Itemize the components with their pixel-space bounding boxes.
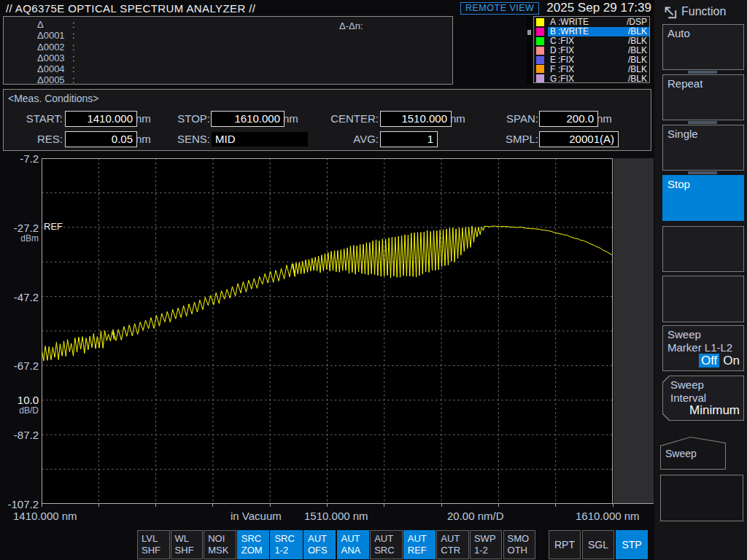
trace-letter: C <box>550 36 558 46</box>
trace-list-item[interactable]: G:FIX /BLK <box>534 74 649 83</box>
soft-key-button[interactable]: AUT SRC <box>370 530 403 559</box>
x-axis-extension-line <box>613 503 654 504</box>
soft-key-line2: MSK <box>208 545 236 556</box>
soft-key-button[interactable]: WL SHF <box>171 530 204 559</box>
soft-key-button[interactable]: SMO OTH <box>503 530 536 559</box>
trace-color-swatch <box>536 47 544 55</box>
marker-row: Δ0005: <box>4 74 452 85</box>
scrollbar-thumb[interactable] <box>527 30 531 35</box>
trace-list-item[interactable]: A:WRITE /DSP <box>534 18 649 27</box>
function-menu-title: Function <box>681 5 726 18</box>
trace-mode: :FIX <box>558 55 574 65</box>
marker-panel: Δ: Δ0001: Δ0002: Δ0003: Δ0004: Δ0005: Δ-… <box>3 16 453 85</box>
marker-colon: : <box>72 30 75 41</box>
avg-value-field[interactable]: 1 <box>380 131 438 147</box>
sweep-interval-button[interactable]: Sweep Interval Minimum <box>662 376 744 421</box>
span-value-field[interactable]: 200.0 <box>539 111 598 127</box>
trace-color-swatch <box>536 56 544 64</box>
res-unit: nm <box>136 131 151 147</box>
x-label-center: 1510.000 nm <box>304 510 368 522</box>
y-tick-3: -67.2 <box>0 359 39 372</box>
trace-color-swatch <box>536 37 544 45</box>
soft-key-line2: ANA <box>341 545 369 556</box>
sweep-key-button[interactable]: RPT <box>549 530 581 559</box>
single-sweep-button[interactable]: Single <box>662 125 744 171</box>
marker-colon: : <box>72 19 75 30</box>
y-scale-unit: dB/D <box>0 405 39 416</box>
blank-softkey-1[interactable] <box>662 226 744 272</box>
sweep-marker-button[interactable]: Sweep Marker L1-L2 OffOn <box>662 325 744 371</box>
marker-colon: : <box>72 74 75 85</box>
trace-list-item[interactable]: D:FIX /BLK <box>534 46 649 55</box>
res-value-field[interactable]: 0.05 <box>65 131 137 147</box>
remote-view-badge: REMOTE VIEW <box>460 2 539 15</box>
soft-key-line2: SRC <box>374 545 402 556</box>
marker-colon: : <box>72 52 75 63</box>
smpl-value-field[interactable]: 20001(A) <box>539 131 619 147</box>
ref-level-label: REF <box>44 221 63 232</box>
soft-key-button[interactable]: AUT OFS <box>303 530 336 559</box>
soft-key-button[interactable]: AUT REF <box>403 530 436 559</box>
stop-sweep-button[interactable]: Stop <box>662 175 744 221</box>
marker-label: Δ0001 <box>37 30 72 41</box>
spectrum-plot-area[interactable] <box>42 158 613 504</box>
sens-value-field[interactable]: MID <box>211 131 309 147</box>
start-label: START: <box>9 111 63 127</box>
sweep-menu-tab[interactable]: Sweep <box>660 437 726 470</box>
soft-key-button[interactable]: SRC ZOM <box>237 530 270 559</box>
sweep-key-button[interactable]: STP <box>616 530 648 559</box>
auto-sweep-button[interactable]: Auto <box>662 24 744 70</box>
soft-key-button[interactable]: LVL SHF <box>137 530 170 559</box>
function-menu-header: Function <box>662 4 726 20</box>
toggle-off-option[interactable]: Off <box>699 354 719 368</box>
trace-list-item[interactable]: B:WRITE /BLK <box>534 27 649 36</box>
sweep-key-toolbar: RPT SGL STP <box>549 530 648 559</box>
marker-label: Δ0004 <box>37 63 72 74</box>
trace-mode: :FIX <box>558 65 574 74</box>
trace-list-item[interactable]: C:FIX /BLK <box>534 36 649 46</box>
meas-conditions-panel: <Meas. Conditions> START: 1410.000 nm ST… <box>3 89 651 151</box>
trace-list-item[interactable]: F:FIX /BLK <box>534 64 649 74</box>
trace-list-item[interactable]: E:FIX /BLK <box>534 55 649 65</box>
soft-key-line1: AUT <box>441 533 468 545</box>
soft-key-button[interactable]: SRC 1-2 <box>270 530 303 559</box>
trace-status: /DSP <box>627 18 647 27</box>
marker-row: Δ0002: <box>4 42 452 52</box>
y-tick-0: -7.2 <box>0 152 39 165</box>
blank-softkey-2[interactable] <box>662 276 744 322</box>
span-label: SPAN: <box>481 111 538 127</box>
repeat-sweep-button[interactable]: Repeat <box>662 74 744 120</box>
marker-row: Δ0004: <box>4 63 452 74</box>
soft-key-line1: SWP <box>474 533 502 545</box>
stop-label: STOP: <box>152 111 210 127</box>
soft-key-toolbar: LVL SHF WL SHF NOI MSK SRC ZOM SRC 1-2 <box>137 530 535 559</box>
center-value-field[interactable]: 1510.000 <box>380 111 452 127</box>
datetime-display: 2025 Sep 29 17:39 <box>546 1 651 15</box>
blank-softkey-bottom[interactable] <box>660 475 743 521</box>
soft-key-button[interactable]: SWP 1-2 <box>470 530 503 559</box>
trace-status: /BLK <box>628 46 647 55</box>
toggle-on-option[interactable]: On <box>723 354 740 368</box>
soft-key-button[interactable]: AUT CTR <box>436 530 469 559</box>
sweep-interval-line1: Sweep <box>670 378 739 392</box>
trace-color-swatch <box>536 18 544 26</box>
smpl-label: SMPL: <box>481 131 538 147</box>
trace-status: /BLK <box>628 55 647 65</box>
stop-value-field[interactable]: 1610.000 <box>211 111 285 127</box>
trace-list-scrollbar[interactable] <box>527 17 532 84</box>
x-label-right: 1610.000 nm <box>576 510 640 522</box>
sweep-marker-line2: Marker L1-L2 <box>667 341 739 354</box>
sweep-key-button[interactable]: SGL <box>582 530 614 559</box>
res-label: RES: <box>9 131 63 147</box>
collapse-menu-icon[interactable] <box>662 4 678 20</box>
button-connector <box>688 71 717 74</box>
trace-status: /BLK <box>628 74 647 84</box>
trace-list-panel: A:WRITE /DSP B:WRITE /BLK C:FIX /BLK <box>533 16 650 83</box>
soft-key-button[interactable]: AUT ANA <box>337 530 370 559</box>
trace-mode: :FIX <box>558 36 574 46</box>
marker-label: Δ0003 <box>37 52 72 63</box>
start-value-field[interactable]: 1410.000 <box>65 111 137 127</box>
marker-row: Δ0003: <box>4 52 452 63</box>
soft-key-button[interactable]: NOI MSK <box>204 530 236 559</box>
span-unit: nm <box>597 111 612 127</box>
